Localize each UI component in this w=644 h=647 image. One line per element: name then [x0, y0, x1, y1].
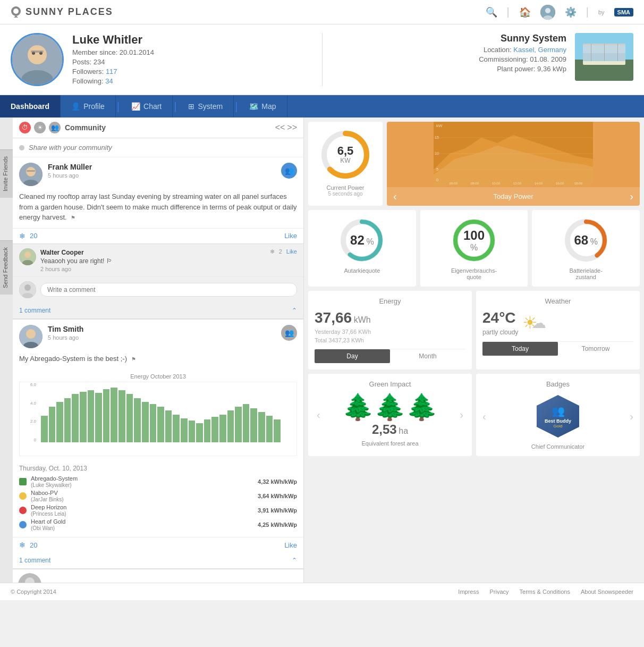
main-nav: Dashboard 👤 Profile | 📈 Chart | ⊞ System…: [0, 95, 644, 117]
svg-rect-11: [31, 51, 44, 53]
home-icon[interactable]: 🏠: [519, 6, 531, 18]
svg-rect-18: [591, 44, 591, 61]
post-frank-likes: 20: [30, 232, 37, 240]
energy-tab-day[interactable]: Day: [315, 349, 390, 363]
sma-badge: SMA: [614, 8, 633, 16]
tim-flag: ⚑: [131, 356, 136, 362]
energy-weather-row: Energy 37,66 kWh Yesterday 37,66 KWh Tot…: [308, 291, 640, 369]
today-power-chart: kW 15 10 5 0 06:00 08:00 10:00 12:00 14:…: [387, 122, 640, 186]
chart-bar: [111, 388, 117, 442]
system-text: Sunny System Location: Kassel, Germany C…: [344, 33, 567, 86]
tim-comment-count: 1 comment: [19, 557, 50, 564]
chart-bar: [243, 404, 250, 442]
green-desc: Equivalent forest area: [315, 440, 465, 447]
snowflake-icon: ❄: [19, 232, 26, 240]
badges-next[interactable]: ›: [630, 410, 633, 423]
svg-point-7: [28, 45, 47, 64]
post-frank-actions: ❄ 20 Like: [13, 228, 303, 243]
current-power-card: 6,5 KW Current Power 5 seconds ago: [308, 122, 383, 206]
footer-about[interactable]: About Snowspeeder: [581, 589, 633, 595]
weather-tab-tomorrow[interactable]: Tomorrow: [558, 342, 633, 356]
comment-likes: 2: [279, 248, 282, 255]
activity-icon[interactable]: ⏱: [19, 122, 31, 133]
current-power-donut: 6,5 KW: [319, 128, 372, 181]
green-value: 2,53: [372, 422, 397, 436]
today-power-prev[interactable]: ‹: [393, 190, 397, 203]
share-input[interactable]: [29, 144, 297, 152]
comment-input[interactable]: [40, 283, 297, 297]
post-frank-group-icon: 👥: [281, 163, 297, 179]
system-location: Location: Kassel, Germany: [344, 46, 567, 54]
badges-title: Badges: [482, 380, 633, 388]
chart-bar: [49, 407, 56, 442]
badges-prev[interactable]: ‹: [482, 410, 486, 423]
chart-bar: [250, 408, 257, 442]
top-nav-icons: 🔍 | 🏠 ⚙️ | by SMA: [486, 5, 633, 20]
today-power-next[interactable]: ›: [630, 190, 633, 203]
footer-privacy[interactable]: Privacy: [489, 589, 509, 595]
chart-legend: Thursday, Oct. 10, 2013 Abregado-System …: [13, 460, 303, 537]
post-frank-meta: Frank Müller 5 hours ago: [48, 163, 276, 179]
following-link[interactable]: 34: [105, 77, 113, 85]
posts-count: Posts: 234: [72, 58, 154, 66]
footer-impress[interactable]: Impress: [458, 589, 479, 595]
post-tim-actions: ❄ 20 Like: [13, 537, 303, 552]
solar-icon[interactable]: ☀: [34, 122, 46, 133]
tim-collapse-icon[interactable]: ⌃: [292, 557, 297, 564]
svg-point-4: [545, 8, 550, 13]
chart-bar: [235, 407, 242, 442]
legend-item-3: Heart of Gold (Obi Wan) 4,25 kWh/kWp: [19, 518, 297, 531]
eigenverbrauch-value: 100: [463, 228, 485, 242]
app-logo: SUNNY PLACES: [11, 6, 113, 19]
nav-system[interactable]: ⊞ System: [177, 95, 234, 117]
footer-terms[interactable]: Terms & Conditions: [520, 589, 570, 595]
green-impact-next[interactable]: ›: [460, 409, 463, 421]
comment-like-btn[interactable]: Like: [286, 248, 297, 255]
energy-tab-month[interactable]: Month: [390, 349, 465, 363]
svg-text:16:00: 16:00: [556, 182, 564, 185]
post-frank: Frank Müller 5 hours ago 👥 Cleaned my ro…: [13, 157, 303, 320]
community-header-icons: ⏱ ☀ 👥: [19, 122, 61, 133]
nav-next-icon[interactable]: >>: [287, 123, 297, 132]
autarkiequote-donut: 82 %: [338, 216, 386, 264]
svg-text:18:00: 18:00: [574, 182, 583, 185]
user-avatar[interactable]: [540, 5, 555, 20]
nav-dashboard[interactable]: Dashboard: [0, 95, 61, 117]
community-scroll[interactable]: Frank Müller 5 hours ago 👥 Cleaned my ro…: [13, 157, 303, 583]
nav-prev-icon[interactable]: <<: [275, 123, 285, 132]
weather-temp: 24°C: [482, 309, 518, 326]
settings-icon[interactable]: ⚙️: [565, 6, 577, 18]
search-icon[interactable]: 🔍: [486, 6, 497, 18]
weather-card: Weather 24°C partly cloudy ☀ ☁ Today Tom…: [476, 291, 640, 369]
cloud-icon: ☁: [531, 314, 546, 332]
walter-avatar: [19, 248, 36, 265]
invite-friends-tab[interactable]: Invite Friends: [0, 149, 13, 198]
followers-line: Followers: 117: [72, 68, 154, 75]
green-impact-prev[interactable]: ‹: [317, 409, 320, 421]
legend-color-2: [19, 507, 27, 514]
people-icon[interactable]: 👥: [49, 122, 61, 133]
weather-desc: partly cloudy: [482, 329, 518, 336]
collapse-icon[interactable]: ⌃: [292, 307, 297, 314]
following-line: Following: 34: [72, 77, 154, 85]
weather-tab-today[interactable]: Today: [482, 342, 558, 356]
post-frank-like-btn[interactable]: Like: [284, 232, 297, 240]
svg-point-29: [24, 284, 31, 291]
chart-bar: [103, 389, 110, 442]
comment-snowflake: ❄: [270, 248, 275, 255]
nav-map[interactable]: 🗺️ Map: [239, 95, 287, 117]
eigenverbrauch-unit: %: [470, 243, 478, 252]
community-panel: ⏱ ☀ 👥 Community << >>: [13, 117, 304, 583]
svg-marker-2: [14, 15, 18, 18]
chart-bar: [95, 393, 102, 442]
send-feedback-tab[interactable]: Send Feedback: [0, 240, 13, 295]
comment-count: 1 comment: [19, 307, 50, 314]
badge-label: Best Buddy: [545, 418, 571, 424]
nav-chart[interactable]: 📈 Chart: [121, 95, 173, 117]
chart-bar: [211, 417, 218, 442]
system-location-link[interactable]: Kassel, Germany: [513, 46, 566, 54]
nav-profile[interactable]: 👤 Profile: [61, 95, 116, 117]
post-tim-like-btn[interactable]: Like: [284, 541, 297, 549]
followers-link[interactable]: 117: [106, 68, 117, 75]
green-impact-card: Green Impact ‹ 🌲🌲🌲 2,53 ha › Equivalent …: [308, 374, 472, 456]
